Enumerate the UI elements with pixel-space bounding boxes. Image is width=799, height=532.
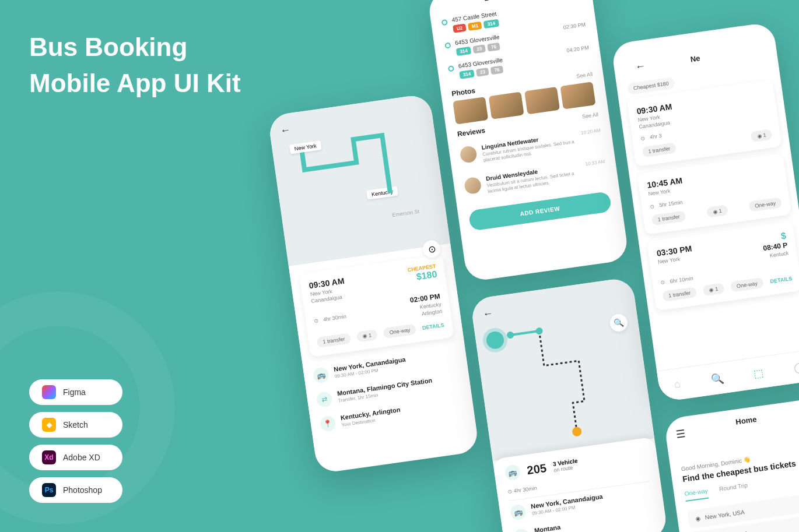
trip-card[interactable]: 03:30 PMNew York $08:40 PKentuck ⊙6hr 10… bbox=[647, 221, 799, 311]
tool-sketch: ◆ Sketch bbox=[29, 412, 122, 438]
transfer-icon: ⇄ bbox=[513, 528, 530, 532]
xd-icon: Xd bbox=[42, 450, 56, 464]
photo-thumb[interactable] bbox=[524, 87, 560, 114]
phone-map-trip: ← New York Kentucky Emerson St ⊙ 09:30 A… bbox=[268, 93, 480, 474]
sketch-icon: ◆ bbox=[42, 418, 56, 432]
map[interactable]: ← New York Kentucky Emerson St ⊙ bbox=[268, 93, 450, 266]
nav-search-icon[interactable]: 🔍 bbox=[710, 371, 724, 386]
trip-card[interactable]: 09:30 AMNew YorkCanandaigua ⊙4hr 3 1 tra… bbox=[627, 79, 782, 167]
see-all-link[interactable]: See All bbox=[581, 111, 598, 119]
transfer-chip[interactable]: 1 transfer bbox=[316, 333, 351, 348]
phone-bus-transport: Bus Transport ⋮ 457 Castle StreetU2M1314… bbox=[427, 0, 629, 282]
bottom-nav: ⌂ 🔍 ⬚ ◯ bbox=[657, 348, 799, 402]
figma-icon bbox=[42, 385, 56, 399]
route-steps: 🚌 New York, Canandaigua09:30 AM - 02:00 … bbox=[312, 344, 465, 436]
page-title: Bus Booking Mobile App UI Kit bbox=[29, 29, 241, 101]
tool-figma: Figma bbox=[29, 379, 122, 405]
details-link[interactable]: DETAILS bbox=[422, 322, 444, 331]
tab-oneway[interactable]: One-way bbox=[684, 488, 709, 502]
map[interactable]: ← 🔍 bbox=[470, 277, 654, 461]
avatar bbox=[464, 176, 482, 195]
photo-thumb[interactable] bbox=[489, 91, 524, 119]
svg-point-1 bbox=[535, 327, 544, 335]
tool-photoshop: Ps Photoshop bbox=[29, 477, 122, 503]
photo-thumb[interactable] bbox=[560, 82, 595, 109]
passenger-chip[interactable]: ◉ 1 bbox=[356, 329, 379, 343]
photos-heading: Photos bbox=[451, 86, 475, 98]
photo-thumb[interactable] bbox=[453, 97, 488, 124]
pin-icon: 📍 bbox=[319, 415, 336, 432]
bus-icon: 🚌 bbox=[504, 464, 521, 481]
transfer-icon: ⇄ bbox=[316, 391, 333, 408]
filter-chip[interactable]: Cheapest $180 bbox=[627, 77, 675, 95]
ps-icon: Ps bbox=[42, 483, 56, 497]
nav-home-icon[interactable]: ⌂ bbox=[673, 378, 681, 390]
back-button[interactable]: ← bbox=[623, 31, 787, 75]
nav-ticket-icon[interactable]: ⬚ bbox=[753, 366, 765, 380]
trip-card[interactable]: 10:45 AMNew York ⊙5hr 15min 1 transfer◉ … bbox=[637, 153, 791, 235]
menu-button[interactable]: ☰ bbox=[675, 427, 686, 441]
trip-card[interactable]: 09:30 AM New York Canandaigua CHEAPEST $… bbox=[299, 254, 454, 357]
route-number: 205 bbox=[526, 461, 547, 477]
bus-icon: 🚌 bbox=[510, 503, 527, 520]
phone-route-map: ← 🔍 🚌 205 3 Vehicleon route ⊙ 4hr 30min … bbox=[470, 277, 668, 532]
avatar bbox=[459, 145, 478, 164]
bus-icon: 🚌 bbox=[313, 367, 330, 383]
triptype-chip[interactable]: One-way bbox=[383, 324, 417, 339]
svg-point-0 bbox=[506, 331, 514, 339]
reviews-heading: Reviews bbox=[457, 126, 486, 139]
phone-home: ☰ Home Good Morning, Dominic 👋 Find the … bbox=[664, 397, 799, 532]
tool-list: Figma ◆ Sketch Xd Adobe XD Ps Photoshop bbox=[29, 379, 122, 503]
see-all-link[interactable]: See All bbox=[576, 71, 593, 79]
svg-point-2 bbox=[572, 427, 582, 437]
nav-profile-icon[interactable]: ◯ bbox=[793, 360, 799, 375]
tool-adobexd: Xd Adobe XD bbox=[29, 445, 122, 470]
